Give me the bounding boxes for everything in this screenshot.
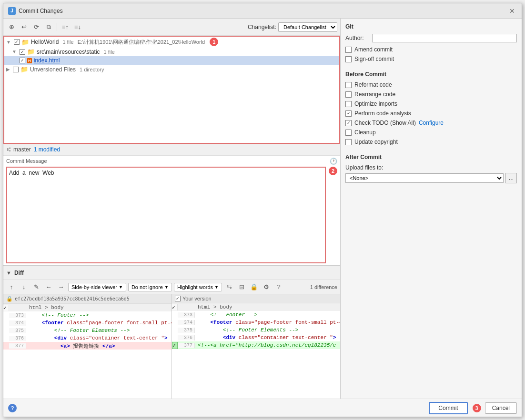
diff-btn[interactable]: ⧉ [43,22,54,32]
diff-settings-btn[interactable]: ⇆ [224,282,234,292]
diff-right-content-377: <!--<a href="http://blog.csdn.net/cq1822… [195,342,339,348]
changelist-select[interactable]: Default Changelist [278,22,337,32]
checkbox-unversioned[interactable] [13,67,19,72]
unversioned-label: Unversioned Files [30,66,76,73]
author-field: Author: [345,34,517,42]
diff-left-header: 🔒 efc27bcdbf18a5a9357cc8beb2416c5de6eca6… [3,294,172,304]
diff-gutter: ✓ [172,304,178,310]
cancel-button[interactable]: Cancel [485,402,517,414]
tree-item-unversioned[interactable]: ▶ 📁 Unversioned Files 1 directory [4,65,339,74]
highlight-arrow: ▼ [214,285,219,290]
file-toolbar: ⊕ ↩ ⟳ ⧉ ≡↑ ≡↓ Changelist: Default Change… [3,19,340,36]
helloworld-subtext: 1 file [62,39,73,45]
diff-next-btn[interactable]: → [56,282,66,292]
collapse-all-btn[interactable]: ≡↓ [72,22,83,32]
rearrange-checkbox[interactable] [345,91,352,98]
folder-icon-helloworld: 📁 [21,39,29,46]
signoff-checkbox[interactable] [345,56,352,62]
diff-right-content-375: <!-- Footer Elements --> [195,327,301,333]
diff-left-content-375: <!-- Footer Elements --> [26,328,132,333]
src-subtext: 1 file [104,49,115,55]
configure-link[interactable]: Configure [419,120,444,126]
diff-right-content-373: <!-- Footer --> [195,312,260,318]
checkbox-right[interactable] [175,296,181,301]
checktodo-label: Check TODO (Show All) [354,120,416,126]
expand-all-btn[interactable]: ≡↑ [60,22,71,32]
diff-left-line-373: 373 <!-- Footer --> [3,311,172,319]
tree-item-index[interactable]: H index.html [4,56,339,65]
diff-line-num-377: 377 [9,343,26,349]
refresh-btn[interactable]: ⟳ [31,22,41,32]
commit-dialog: J Commit Changes ✕ ⊕ ↩ ⟳ ⧉ ≡↑ ≡↓ Changel… [3,3,522,417]
diff-section: ▼ Diff ↑ ↓ ✎ ← → Side-by-side viewer ▼ D… [3,265,340,399]
diff-up-btn[interactable]: ↑ [6,282,17,292]
commit-bottom-badge: 3 [473,404,481,412]
upload-select-row: <None> … [345,173,517,183]
diff-prev-btn[interactable]: ← [43,282,54,292]
diff-left-content-377: <a> 报告超链接 </a> [26,342,118,350]
helloworld-path: E:\计算机1901\网络通信编程\作业\2021_02\HelloWorld [78,39,205,46]
diff-gear-btn[interactable]: ⚙ [261,282,272,292]
diff-right-content-376: <div class="container text-center "> [195,335,339,340]
cleanup-checkbox[interactable] [345,130,352,136]
diff-line-num-373: 373 [9,313,26,318]
left-panel: ⊕ ↩ ⟳ ⧉ ≡↑ ≡↓ Changelist: Default Change… [3,19,341,399]
upload-select[interactable]: <None> [345,173,504,183]
diff-left-lines: ✓ html > body 373 <!-- Footer --> [3,304,172,350]
rearrange-row: Rearrange code [345,91,517,98]
undo-btn[interactable]: ↩ [19,22,29,32]
title-bar-left: J Commit Changes [8,7,63,15]
highlight-select-btn[interactable]: Highlight words ▼ [174,283,222,291]
updatecopyright-checkbox[interactable] [345,139,352,145]
diff-right-content-374: <footer class="page-footer font-small pt… [195,320,340,325]
before-commit-title: Before Commit [345,71,517,78]
viewer-select-btn[interactable]: Side-by-side viewer ▼ [68,283,126,291]
help-icon[interactable]: ? [8,404,17,412]
signoff-commit-row: Sign-off commit [345,56,517,62]
reformat-checkbox[interactable] [345,82,352,88]
branch-name: master [13,146,31,153]
commit-message-input[interactable]: Add a new Web [6,167,326,264]
amend-checkbox[interactable] [345,47,352,53]
commit-button[interactable]: Commit [429,402,467,414]
perform-row: Perform code analysis [345,110,517,117]
diff-edit-btn[interactable]: ✎ [31,282,41,292]
checktodo-row: Check TODO (Show All) Configure [345,120,517,126]
optimize-checkbox[interactable] [345,101,352,107]
ignore-select-btn[interactable]: Do not ignore ▼ [128,283,172,291]
toolbar-sep [57,23,57,31]
git-section-title: Git [345,23,517,30]
diff-lock-btn[interactable]: 🔒 [249,282,259,292]
expand-btn[interactable]: ⊕ [6,22,17,32]
diff-line-num-376: 376 [9,336,26,341]
checkbox-helloworld[interactable] [14,39,20,45]
commit-message-section: Commit Message 🕐 Add a new Web 2 [3,155,340,266]
upload-more-btn[interactable]: … [505,173,517,183]
diff-count: 1 difference [310,284,337,290]
html-file-icon: H [27,58,32,63]
updatecopyright-row: Update copyright [345,139,517,145]
diff-columns-btn[interactable]: ⊟ [236,282,247,292]
checktodo-checkbox[interactable] [345,120,352,126]
author-input[interactable] [372,34,517,42]
amend-label: Amend commit [354,46,393,53]
amend-commit-row: Amend commit [345,46,517,53]
perform-checkbox[interactable] [345,110,352,117]
diff-breadcrumb-right: html > body [195,304,235,310]
checkbox-index[interactable] [20,58,25,63]
diff-help-btn[interactable]: ? [273,282,284,292]
tree-item-src[interactable]: ▼ 📁 src\main\resources\static 1 file [4,47,339,56]
index-label: index.html [34,57,60,64]
diff-line-num-r377: 377 [178,343,195,348]
rearrange-label: Rearrange code [354,91,395,98]
upload-label: Upload files to: [345,164,517,171]
after-commit-title: After Commit [345,154,517,160]
diff-down-btn[interactable]: ↓ [19,282,29,292]
diff-line-num-r376: 376 [178,335,195,340]
checkbox-src[interactable] [20,49,25,55]
diff-collapse-btn[interactable]: ▼ [6,270,11,276]
close-button[interactable]: ✕ [507,6,517,16]
unversioned-subtext: 1 directory [80,67,104,72]
diff-line-num-374: 374 [9,320,26,326]
tree-item-helloworld[interactable]: ▼ 📁 HelloWorld 1 file E:\计算机1901\网络通信编程\… [4,37,339,47]
